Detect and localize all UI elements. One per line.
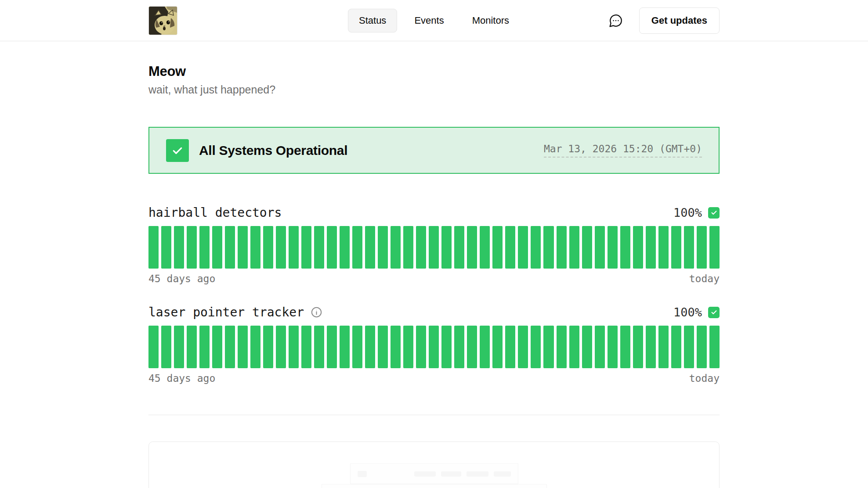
uptime-day-bar[interactable] bbox=[429, 226, 439, 269]
uptime-day-bar[interactable] bbox=[416, 326, 426, 368]
uptime-day-bar[interactable] bbox=[582, 326, 592, 368]
uptime-day-bar[interactable] bbox=[595, 326, 605, 368]
uptime-day-bar[interactable] bbox=[391, 326, 401, 368]
uptime-day-bar[interactable] bbox=[531, 326, 541, 368]
uptime-day-bar[interactable] bbox=[569, 226, 579, 269]
uptime-day-bar[interactable] bbox=[684, 226, 694, 269]
uptime-day-bar[interactable] bbox=[518, 326, 528, 368]
uptime-day-bar[interactable] bbox=[225, 326, 235, 368]
uptime-day-bar[interactable] bbox=[557, 326, 567, 368]
uptime-day-bar[interactable] bbox=[161, 326, 171, 368]
uptime-day-bar[interactable] bbox=[250, 326, 260, 368]
uptime-day-bar[interactable] bbox=[684, 326, 694, 368]
uptime-day-bar[interactable] bbox=[263, 226, 273, 269]
uptime-day-bar[interactable] bbox=[378, 226, 388, 269]
uptime-day-bar[interactable] bbox=[569, 326, 579, 368]
uptime-day-bar[interactable] bbox=[492, 226, 503, 269]
monitor-status-checkbox[interactable] bbox=[708, 307, 720, 318]
uptime-day-bar[interactable] bbox=[531, 226, 541, 269]
uptime-day-bar[interactable] bbox=[543, 226, 553, 269]
uptime-day-bar[interactable] bbox=[505, 226, 515, 269]
uptime-day-bar[interactable] bbox=[289, 226, 299, 269]
uptime-day-bar[interactable] bbox=[671, 226, 681, 269]
uptime-day-bar[interactable] bbox=[658, 326, 669, 368]
feedback-button[interactable] bbox=[608, 13, 623, 28]
nav-tab-status[interactable]: Status bbox=[348, 9, 397, 32]
uptime-day-bar[interactable] bbox=[582, 226, 592, 269]
monitor-status-checkbox[interactable] bbox=[708, 207, 720, 219]
uptime-day-bar[interactable] bbox=[633, 226, 643, 269]
uptime-day-bar[interactable] bbox=[403, 226, 413, 269]
uptime-day-bar[interactable] bbox=[225, 226, 235, 269]
uptime-day-bar[interactable] bbox=[416, 226, 426, 269]
uptime-day-bar[interactable] bbox=[620, 226, 630, 269]
uptime-day-bar[interactable] bbox=[391, 226, 401, 269]
uptime-day-bar[interactable] bbox=[378, 326, 388, 368]
uptime-day-bar[interactable] bbox=[327, 226, 337, 269]
cat-logo-image[interactable] bbox=[148, 6, 177, 35]
uptime-day-bar[interactable] bbox=[697, 326, 707, 368]
nav-tab-events[interactable]: Events bbox=[403, 9, 455, 32]
uptime-day-bar[interactable] bbox=[327, 326, 337, 368]
uptime-day-bar[interactable] bbox=[276, 326, 286, 368]
uptime-day-bar[interactable] bbox=[238, 326, 248, 368]
uptime-day-bar[interactable] bbox=[441, 326, 452, 368]
uptime-day-bar[interactable] bbox=[352, 226, 362, 269]
uptime-day-bar[interactable] bbox=[646, 226, 656, 269]
uptime-day-bar[interactable] bbox=[199, 226, 210, 269]
uptime-day-bar[interactable] bbox=[187, 326, 197, 368]
uptime-day-bar[interactable] bbox=[340, 226, 350, 269]
status-timestamp[interactable]: Mar 13, 2026 15:20 (GMT+0) bbox=[544, 143, 702, 158]
uptime-day-bar[interactable] bbox=[467, 326, 477, 368]
uptime-day-bar[interactable] bbox=[557, 226, 567, 269]
uptime-day-bar[interactable] bbox=[340, 326, 350, 368]
uptime-day-bar[interactable] bbox=[709, 326, 720, 368]
uptime-day-bar[interactable] bbox=[697, 226, 707, 269]
uptime-day-bar[interactable] bbox=[289, 326, 299, 368]
uptime-day-bar[interactable] bbox=[633, 326, 643, 368]
uptime-day-bar[interactable] bbox=[148, 226, 159, 269]
uptime-day-bar[interactable] bbox=[314, 326, 324, 368]
uptime-day-bar[interactable] bbox=[441, 226, 452, 269]
uptime-day-bar[interactable] bbox=[595, 226, 605, 269]
uptime-day-bar[interactable] bbox=[187, 226, 197, 269]
uptime-day-bar[interactable] bbox=[174, 226, 184, 269]
uptime-day-bar[interactable] bbox=[250, 226, 260, 269]
uptime-day-bar[interactable] bbox=[238, 226, 248, 269]
uptime-day-bar[interactable] bbox=[467, 226, 477, 269]
uptime-day-bar[interactable] bbox=[174, 326, 184, 368]
uptime-day-bar[interactable] bbox=[480, 326, 490, 368]
uptime-day-bar[interactable] bbox=[352, 326, 362, 368]
uptime-day-bar[interactable] bbox=[709, 226, 720, 269]
uptime-day-bar[interactable] bbox=[608, 326, 618, 368]
uptime-day-bar[interactable] bbox=[658, 226, 669, 269]
uptime-day-bar[interactable] bbox=[148, 326, 159, 368]
uptime-day-bar[interactable] bbox=[454, 226, 464, 269]
uptime-day-bar[interactable] bbox=[608, 226, 618, 269]
uptime-day-bar[interactable] bbox=[646, 326, 656, 368]
uptime-day-bar[interactable] bbox=[671, 326, 681, 368]
uptime-day-bar[interactable] bbox=[403, 326, 413, 368]
info-icon[interactable] bbox=[311, 306, 322, 318]
nav-tab-monitors[interactable]: Monitors bbox=[461, 9, 520, 32]
uptime-day-bar[interactable] bbox=[365, 226, 375, 269]
uptime-day-bar[interactable] bbox=[518, 226, 528, 269]
uptime-day-bar[interactable] bbox=[543, 326, 553, 368]
uptime-day-bar[interactable] bbox=[454, 326, 464, 368]
uptime-day-bar[interactable] bbox=[276, 226, 286, 269]
uptime-day-bar[interactable] bbox=[161, 226, 171, 269]
uptime-day-bar[interactable] bbox=[314, 226, 324, 269]
uptime-day-bar[interactable] bbox=[620, 326, 630, 368]
uptime-day-bar[interactable] bbox=[480, 226, 490, 269]
uptime-day-bar[interactable] bbox=[365, 326, 375, 368]
uptime-day-bar[interactable] bbox=[212, 226, 222, 269]
uptime-day-bar[interactable] bbox=[492, 326, 503, 368]
uptime-day-bar[interactable] bbox=[263, 326, 273, 368]
uptime-day-bar[interactable] bbox=[212, 326, 222, 368]
uptime-day-bar[interactable] bbox=[505, 326, 515, 368]
uptime-day-bar[interactable] bbox=[301, 326, 311, 368]
get-updates-button[interactable]: Get updates bbox=[639, 7, 720, 34]
uptime-day-bar[interactable] bbox=[199, 326, 210, 368]
uptime-day-bar[interactable] bbox=[301, 226, 311, 269]
uptime-day-bar[interactable] bbox=[429, 326, 439, 368]
